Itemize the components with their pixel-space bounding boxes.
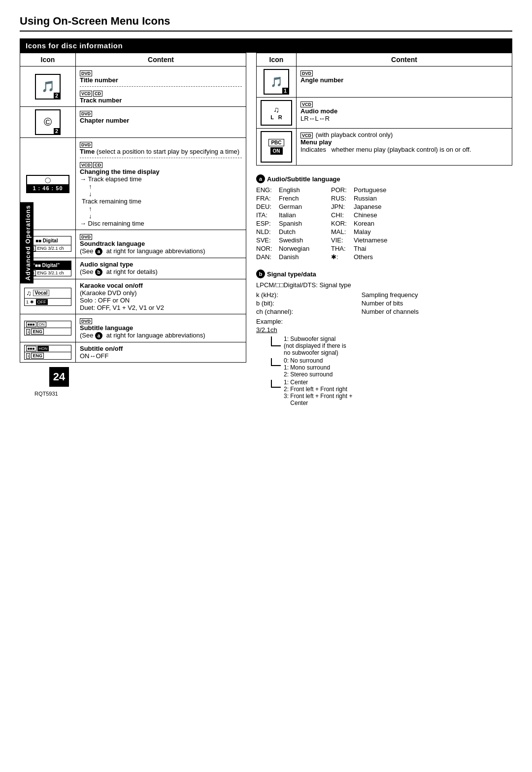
icon-cell-vcd-audio: ♫ L R <box>257 98 297 129</box>
lang-name: Dutch <box>279 228 328 235</box>
lang-name: Norwegian <box>279 245 328 252</box>
rqt-label: RQT5931 <box>34 391 58 397</box>
circle-b: b <box>256 269 265 278</box>
lang-code: DEU: <box>256 203 276 210</box>
content-cell-subtitle-onoff: Subtitle on/off ON↔OFF <box>76 342 246 363</box>
lang-code: ENG: <box>256 186 276 194</box>
lang-name: Chinese <box>354 211 403 219</box>
lang-code: NOR: <box>256 245 276 252</box>
lang-code: POR: <box>331 186 351 194</box>
signal-section: b Signal type/data LPCM/□□Digital/DTS: S… <box>256 269 512 406</box>
signal-item: ch (channel): Number of channels <box>256 307 512 316</box>
content-cell-pbc: VCD (with playback control only) Menu pl… <box>297 129 512 166</box>
table-row: ■■■ HON 1 ENG Subtitle on/off <box>20 342 246 363</box>
lang-code: KOR: <box>331 220 351 227</box>
lang-name: Portuguese <box>354 186 403 194</box>
content-cell-subtitle-lang: DVD Subtitle language (See a at right fo… <box>76 314 246 342</box>
lang-code: ✱: <box>331 253 351 261</box>
icon-cell-chapter: © 2 <box>20 107 76 138</box>
lang-code: DAN: <box>256 253 276 261</box>
lang-name: Korean <box>354 220 403 227</box>
table-row: ♫ L R VCD Audio mode LR↔L↔R <box>257 98 512 129</box>
content-cell-angle: DVD Angle number <box>297 67 512 98</box>
table-row: ◯ 1 : 46 : 50 DVD Time (select a positio… <box>20 138 246 230</box>
table-row: 🎵 2 DVD Title number VCDCD Track number <box>20 67 246 107</box>
signal-description: LPCM/□□Digital/DTS: Signal type <box>256 281 512 289</box>
signal-item: b (bit): Number of bits <box>256 299 512 307</box>
lang-name: German <box>279 203 328 210</box>
lang-name: Danish <box>279 253 328 261</box>
lang-name: Russian <box>354 195 403 202</box>
content-cell-karaoke: Karaoke vocal on/off (Karaoke DVD only) … <box>76 279 246 314</box>
lang-code: JPN: <box>331 203 351 210</box>
lang-code: FRA: <box>256 195 276 202</box>
table-row: ■■■ ON 1 ENG DVD Subtitle <box>20 314 246 342</box>
lang-name: Japanese <box>354 203 403 210</box>
lang-code: VIE: <box>331 236 351 244</box>
content-cell-audio-signal: Audio signal type (See b at right for de… <box>76 258 246 279</box>
table-row: ♫ “■■ Digital” 1 ENG 3/2.1 ch Audio sign <box>20 258 246 279</box>
section-header: Icons for disc information <box>21 39 511 52</box>
content-cell-title: DVD Title number VCDCD Track number <box>76 67 246 107</box>
icon-cell-title: 🎵 2 <box>20 67 76 107</box>
lang-name: French <box>279 195 328 202</box>
lang-code: ESP: <box>256 220 276 227</box>
lang-name: Swedish <box>279 236 328 244</box>
content-cell-soundtrack: DVD Soundtrack language (See a at right … <box>76 230 246 258</box>
lang-code: SVE: <box>256 236 276 244</box>
signal-item: k (kHz): Sampling frequency <box>256 291 512 299</box>
diagram-line-2: 0: No surround 1: Mono surround 2: Stere… <box>284 357 332 378</box>
page-number: 24 <box>49 367 69 387</box>
table-row: 🎵 1 DVD Angle number <box>257 67 512 98</box>
lang-code: RUS: <box>331 195 351 202</box>
lang-code: CHI: <box>331 211 351 219</box>
lang-name: English <box>279 186 328 194</box>
diagram-line-3: 1: Center 2: Front left + Front right 3:… <box>284 379 352 406</box>
left-table-header-icon: Icon <box>20 53 76 67</box>
table-row: © 2 DVD Chapter number <box>20 107 246 138</box>
table-row: PBC ON VCD (with playback control only) … <box>257 129 512 166</box>
lang-code: NLD: <box>256 228 276 235</box>
diagram-line-1: 1: Subwoofer signal (not displayed if th… <box>284 336 346 356</box>
page-title: Using On-Screen Menu Icons <box>20 15 512 32</box>
content-cell-chapter: DVD Chapter number <box>76 107 246 138</box>
lang-name: Malay <box>354 228 403 235</box>
example-value: 3/2.1ch <box>256 326 512 334</box>
table-row: ♫ Vocal 1 ✱ OFF Karaoke vocal on/off <box>20 279 246 314</box>
icon-cell-subtitle-onoff: ■■■ HON 1 ENG <box>20 342 76 363</box>
audio-subtitle-section: a Audio/Subtitle language ENG:English PO… <box>256 174 512 261</box>
content-cell-vcd-audio: VCD Audio mode LR↔L↔R <box>297 98 512 129</box>
side-tab-label: Advanced Operations <box>20 202 33 283</box>
right-table-header-icon: Icon <box>257 53 297 67</box>
icon-cell-angle: 🎵 1 <box>257 67 297 98</box>
lang-code: MAL: <box>331 228 351 235</box>
lang-name: Italian <box>279 211 328 219</box>
circle-a: a <box>256 174 265 183</box>
icon-cell-karaoke: ♫ Vocal 1 ✱ OFF <box>20 279 76 314</box>
audio-subtitle-title: Audio/Subtitle language <box>267 175 340 183</box>
lang-name: Spanish <box>279 220 328 227</box>
left-table-header-content: Content <box>76 53 246 67</box>
icon-cell-pbc: PBC ON <box>257 129 297 166</box>
icon-cell-subtitle-lang: ■■■ ON 1 ENG <box>20 314 76 342</box>
content-cell-time: DVD Time (select a position to start pla… <box>76 138 246 230</box>
right-table-header-content: Content <box>297 53 512 67</box>
lang-code: ITA: <box>256 211 276 219</box>
signal-title: Signal type/data <box>267 270 316 278</box>
lang-code: THA: <box>331 245 351 252</box>
table-row: 🎵 ■■ Digital 1 ENG 3/2.1 ch DVD <box>20 230 246 258</box>
lang-name: Others <box>354 253 403 261</box>
example-label: Example: <box>256 318 512 325</box>
lang-name: Thai <box>354 245 403 252</box>
language-grid: ENG:English POR:Portuguese FRA:French RU… <box>256 186 512 261</box>
lang-name: Vietnamese <box>354 236 403 244</box>
